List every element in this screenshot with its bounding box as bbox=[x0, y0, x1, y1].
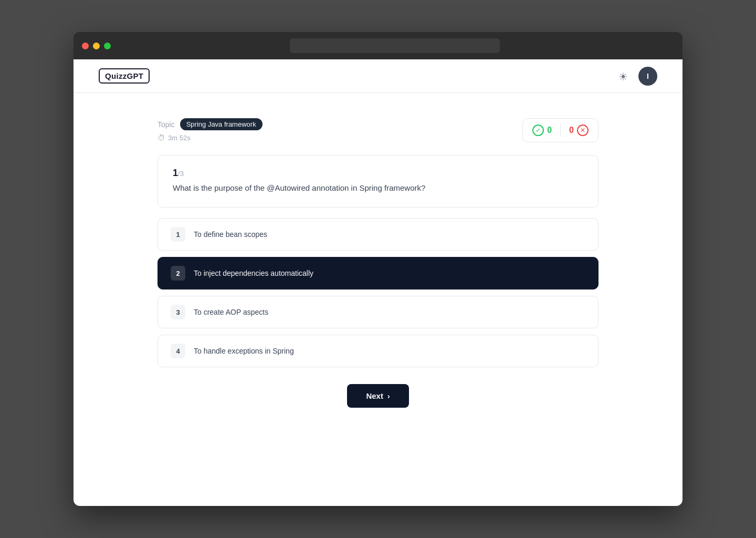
option-number: 2 bbox=[171, 266, 185, 281]
option-number: 4 bbox=[171, 344, 185, 358]
next-btn-row: Next › bbox=[158, 384, 598, 408]
navbar: QuizzGPT ☀ I bbox=[74, 59, 682, 93]
quiz-meta: Topic Spring Java framework ⏱ 3m 52s ✓ 0 bbox=[158, 118, 598, 142]
maximize-button[interactable] bbox=[104, 43, 111, 49]
topic-label: Topic bbox=[158, 120, 175, 129]
score-panel: ✓ 0 0 ✕ bbox=[522, 118, 598, 142]
question-total: /3 bbox=[178, 170, 184, 177]
wrong-icon: ✕ bbox=[577, 125, 589, 136]
correct-icon: ✓ bbox=[532, 125, 544, 136]
minimize-button[interactable] bbox=[93, 43, 100, 49]
timer-icon: ⏱ bbox=[158, 133, 165, 142]
navbar-right: ☀ I bbox=[618, 67, 657, 86]
answer-option-2[interactable]: 2To inject dependencies automatically bbox=[158, 257, 598, 289]
timer-row: ⏱ 3m 52s bbox=[158, 133, 262, 142]
next-button-label: Next bbox=[366, 391, 383, 400]
quiz-meta-left: Topic Spring Java framework ⏱ 3m 52s bbox=[158, 118, 262, 142]
option-number: 1 bbox=[171, 227, 185, 242]
browser-content: QuizzGPT ☀ I Topic Spring Java framework… bbox=[74, 59, 682, 506]
option-text: To create AOP aspects bbox=[194, 308, 268, 316]
answer-option-3[interactable]: 3To create AOP aspects bbox=[158, 296, 598, 328]
option-text: To define bean scopes bbox=[194, 230, 267, 239]
answer-options: 1To define bean scopes2To inject depende… bbox=[158, 218, 598, 367]
option-text: To inject dependencies automatically bbox=[194, 269, 313, 277]
browser-titlebar bbox=[74, 32, 682, 59]
correct-score-item: ✓ 0 bbox=[532, 125, 552, 136]
question-text: What is the purpose of the @Autowired an… bbox=[173, 182, 583, 194]
topic-row: Topic Spring Java framework bbox=[158, 118, 262, 130]
correct-count: 0 bbox=[547, 126, 552, 135]
logo[interactable]: QuizzGPT bbox=[99, 68, 150, 84]
theme-toggle-icon[interactable]: ☀ bbox=[618, 70, 630, 82]
topic-badge: Spring Java framework bbox=[180, 118, 262, 130]
option-number: 3 bbox=[171, 305, 185, 319]
answer-option-1[interactable]: 1To define bean scopes bbox=[158, 218, 598, 251]
option-text: To handle exceptions in Spring bbox=[194, 347, 294, 355]
next-button[interactable]: Next › bbox=[347, 384, 408, 408]
timer-value: 3m 52s bbox=[168, 134, 191, 142]
chevron-right-icon: › bbox=[387, 392, 390, 400]
browser-window: QuizzGPT ☀ I Topic Spring Java framework… bbox=[74, 32, 682, 506]
answer-option-4[interactable]: 4To handle exceptions in Spring bbox=[158, 335, 598, 367]
close-button[interactable] bbox=[82, 43, 89, 49]
question-progress: 1 /3 bbox=[173, 168, 583, 178]
url-bar[interactable] bbox=[290, 38, 500, 53]
question-card: 1 /3 What is the purpose of the @Autowir… bbox=[158, 155, 598, 208]
score-divider bbox=[560, 124, 561, 137]
wrong-score-item: 0 ✕ bbox=[569, 125, 589, 136]
main-content: Topic Spring Java framework ⏱ 3m 52s ✓ 0 bbox=[74, 93, 682, 433]
wrong-count: 0 bbox=[569, 126, 574, 135]
question-current: 1 bbox=[173, 168, 178, 178]
user-avatar[interactable]: I bbox=[638, 67, 657, 86]
